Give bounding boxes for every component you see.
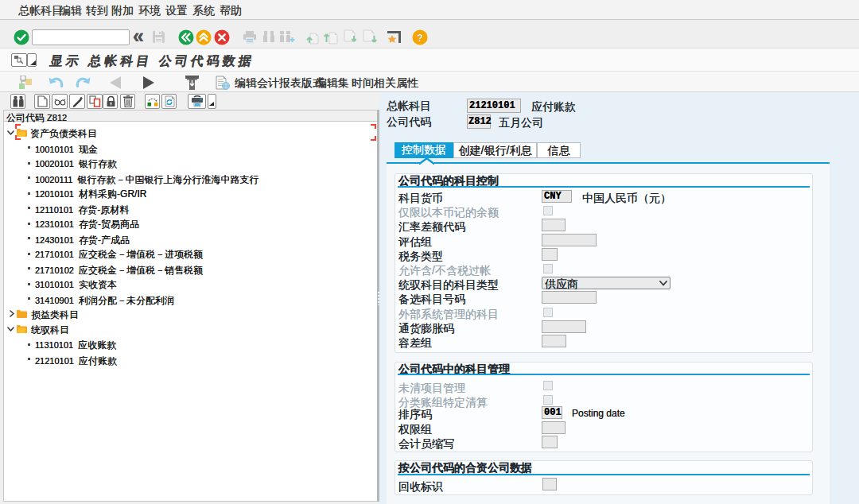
svg-text:?: ? [417, 32, 423, 44]
